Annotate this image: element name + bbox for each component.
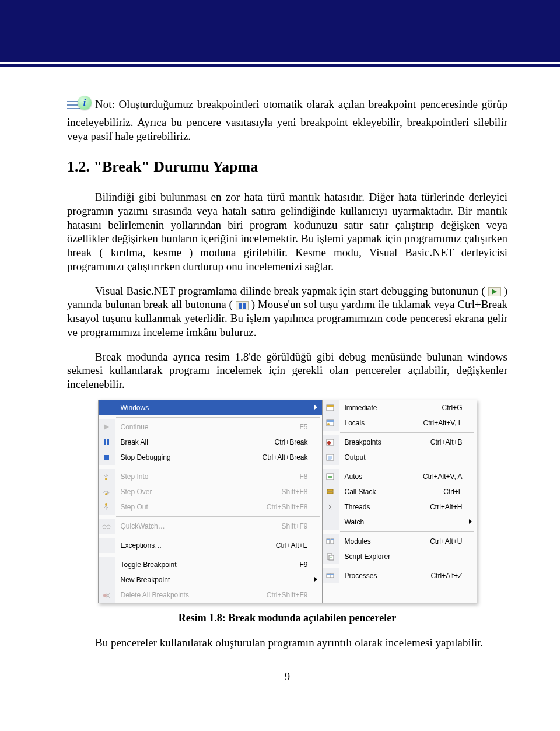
menu-separator [116,536,320,536]
header-bar [0,0,560,64]
menu-item-label: Step Over [115,488,282,496]
menu-item-label: Immediate [339,404,442,412]
menu-item-processes[interactable]: ProcessesCtrl+Alt+Z [323,568,477,583]
menu-item-output[interactable]: Output [323,450,477,465]
menu-item-label: Watch [339,518,477,526]
svg-rect-15 [327,405,334,407]
menu-item-label: Breakpoints [339,438,430,446]
menu-item-step-into: Step IntoF8 [99,469,322,484]
menu-item-label: QuickWatch… [115,522,282,530]
win-locals-icon [323,415,339,431]
figure-caption: Resim 1.8: Break modunda açılabilen penc… [67,611,508,625]
menu-separator [340,467,474,467]
menu-item-shortcut: F8 [299,473,321,481]
svg-rect-1 [104,439,106,445]
menu-item-label: Exceptions… [115,541,276,550]
menu-item-label: Modules [339,537,430,545]
svg-rect-2 [107,439,109,445]
menu-separator [116,417,320,418]
win-green-icon [323,469,339,484]
svg-point-6 [105,493,107,495]
svg-point-4 [105,478,107,480]
menu-item-label: Call Stack [339,488,444,496]
menu-item-shortcut: F9 [299,561,321,569]
menu-item-label: Break All [115,438,275,446]
svg-marker-0 [104,424,109,430]
note-text: Not: Oluşturduğumuz breakpointleri otoma… [67,98,508,142]
menu-item-toggle-breakpoint[interactable]: Toggle BreakpointF9 [99,557,322,572]
menu-item-autos[interactable]: AutosCtrl+Alt+V, A [323,469,477,484]
step-over-icon [99,484,115,499]
break-all-icon [236,301,249,310]
submenu-arrow-icon [314,405,317,410]
glasses-icon [99,519,115,534]
menu-item-new-breakpoint[interactable]: New Breakpoint [99,572,322,587]
menu-icon-slot [99,400,115,415]
svg-rect-34 [329,555,334,560]
menu-separator [340,566,474,566]
menu-item-label: Toggle Breakpoint [115,561,300,569]
menu-item-shortcut: Ctrl+Alt+H [430,503,476,511]
menu-separator [116,516,320,517]
note-paragraph: i Not: Oluşturduğumuz breakpointleri oto… [67,96,508,144]
callstack-icon [323,484,339,499]
menu-item-watch[interactable]: Watch [323,515,477,530]
menu-item-call-stack[interactable]: Call StackCtrl+L [323,484,477,499]
menu-item-shortcut: F5 [299,423,321,431]
svg-rect-31 [327,539,330,540]
body-para-1: Bilindiği gibi bulunması en zor hata tür… [67,190,508,274]
menu-item-immediate[interactable]: ImmediateCtrl+G [323,400,477,415]
script-icon [323,549,339,564]
page-content: i Not: Oluşturduğumuz breakpointleri oto… [0,67,560,695]
menu-item-exceptions[interactable]: Exceptions…Ctrl+Alt+E [99,538,322,553]
svg-point-7 [105,503,107,506]
page-number: 9 [67,670,508,684]
menu-item-shortcut: Ctrl+Shift+F9 [267,591,322,599]
play-small-icon [99,419,115,435]
menu-item-locals[interactable]: LocalsCtrl+Alt+V, L [323,415,477,431]
win-lines-icon [323,450,339,465]
svg-point-11 [103,594,107,597]
svg-rect-39 [330,574,334,575]
modules-icon [323,534,339,549]
svg-point-20 [327,441,331,445]
menu-item-label: Windows [115,404,322,412]
menu-icon-slot [99,557,115,572]
menu-item-threads[interactable]: ThreadsCtrl+Alt+H [323,499,477,515]
start-debugging-icon [488,287,501,296]
menu-item-stop-debugging[interactable]: Stop DebuggingCtrl+Alt+Break [99,450,322,465]
debug-menu-right: ImmediateCtrl+GLocalsCtrl+Alt+V, LBreakp… [323,400,477,603]
submenu-arrow-icon [314,577,317,582]
menu-item-break-all[interactable]: Break AllCtrl+Break [99,435,322,450]
menu-item-label: Step Into [115,473,300,481]
menu-item-shortcut: Ctrl+L [443,488,476,496]
svg-rect-17 [327,420,334,422]
menu-item-label: Locals [339,419,424,427]
menu-item-label: Continue [115,423,300,431]
menu-item-quickwatch: QuickWatch…Shift+F9 [99,519,322,534]
menu-item-breakpoints[interactable]: BreakpointsCtrl+Alt+B [323,435,477,450]
menu-separator [116,555,320,555]
svg-rect-38 [327,574,330,575]
bp-red-icon [323,435,339,450]
step-out-icon [99,499,115,515]
threads-icon [323,499,339,515]
menu-item-script-explorer[interactable]: Script Explorer [323,549,477,564]
menu-item-modules[interactable]: ModulesCtrl+Alt+U [323,534,477,549]
menu-item-label: Stop Debugging [115,453,262,461]
menu-item-continue: ContinueF5 [99,419,322,435]
menu-item-step-over: Step OverShift+F8 [99,484,322,499]
menu-item-windows[interactable]: Windows [99,400,322,415]
menu-item-shortcut: Ctrl+Alt+E [276,541,322,550]
processes-icon [323,568,339,583]
menu-item-step-out: Step OutCtrl+Shift+F8 [99,499,322,515]
svg-point-9 [107,525,110,529]
submenu-arrow-icon [469,519,472,524]
menu-item-label: Script Explorer [339,552,477,561]
menu-item-delete-all-breakpoints: Delete All BreakpointsCtrl+Shift+F9 [99,587,322,603]
del-bp-icon [99,587,115,603]
body-para-2: Visual Basic.NET programlama dilinde bre… [67,284,508,340]
menu-separator [340,432,474,433]
menu-item-label: New Breakpoint [115,576,322,584]
menu-item-shortcut: Ctrl+Alt+U [430,537,476,545]
